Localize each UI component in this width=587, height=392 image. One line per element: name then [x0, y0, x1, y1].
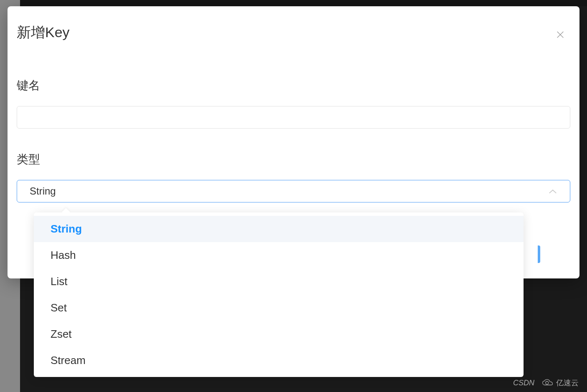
dropdown-option-hash[interactable]: Hash: [34, 242, 524, 268]
close-icon: [556, 30, 565, 39]
type-select-value: String: [30, 185, 56, 197]
type-select[interactable]: String: [17, 180, 570, 202]
confirm-button-edge[interactable]: [538, 245, 540, 263]
dropdown-option-list[interactable]: List: [34, 268, 524, 295]
dropdown-option-set[interactable]: Set: [34, 295, 524, 321]
type-dropdown: String Hash List Set Zset Stream: [34, 212, 524, 377]
new-key-modal: 新增Key 键名 类型 String String Hash List Set …: [8, 6, 579, 278]
dropdown-option-stream[interactable]: Stream: [34, 347, 524, 374]
type-label: 类型: [17, 152, 570, 167]
watermark-csdn: CSDN: [513, 379, 534, 387]
watermark-cloud: 亿速云: [542, 378, 579, 388]
dropdown-option-zset[interactable]: Zset: [34, 321, 524, 347]
key-name-label: 键名: [17, 78, 570, 94]
svg-point-2: [546, 382, 549, 384]
cloud-icon: [542, 379, 554, 387]
watermark-yisuyun: 亿速云: [556, 378, 579, 388]
key-name-input[interactable]: [17, 106, 570, 129]
modal-title: 新增Key: [17, 23, 70, 42]
dropdown-option-string[interactable]: String: [34, 216, 524, 242]
chevron-up-icon: [548, 185, 557, 197]
topbar-background: [20, 0, 587, 6]
watermark: CSDN 亿速云: [513, 378, 579, 388]
modal-header: 新增Key: [17, 23, 570, 42]
type-select-wrapper: String String Hash List Set Zset Stream: [17, 180, 570, 202]
close-button[interactable]: [554, 28, 567, 41]
